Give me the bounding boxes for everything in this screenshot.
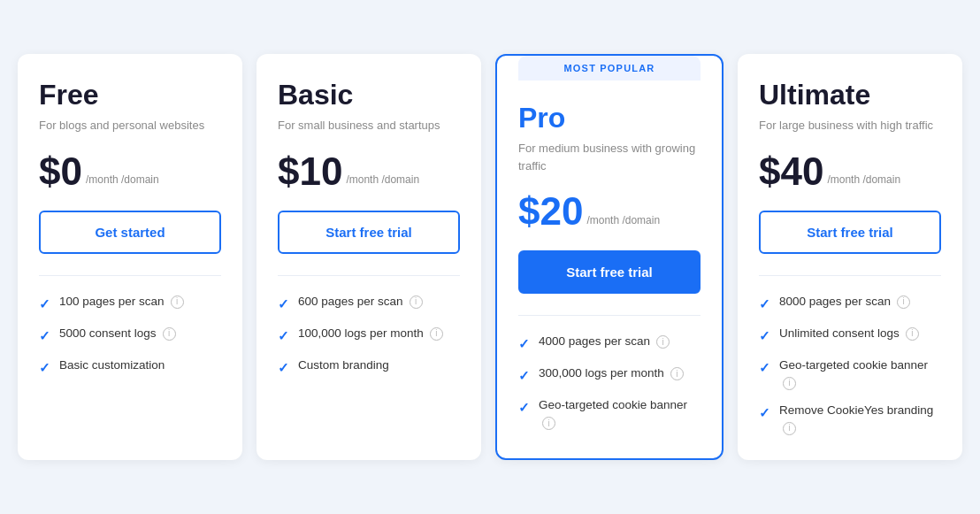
feature-item: ✓ Geo-targeted cookie banner i [759,357,941,390]
price-period-free: /month /domain [86,173,159,188]
price-amount-basic: $10 [278,152,342,191]
check-icon: ✓ [278,295,289,313]
feature-text: 8000 pages per scan i [779,294,910,311]
feature-item: ✓ 100 pages per scan i [39,294,221,313]
plan-price-free: $0 /month /domain [39,152,221,191]
feature-text: 100 pages per scan i [59,294,184,311]
plan-card-basic: BasicFor small business and startups $10… [256,54,481,459]
features-list-basic: ✓ 600 pages per scan i ✓ 100,000 logs pe… [278,294,460,435]
feature-item: ✓ Remove CookieYes branding i [759,403,941,435]
feature-item: ✓ 300,000 logs per month i [518,365,701,385]
plan-desc-basic: For small business and startups [278,117,460,134]
cta-button-free[interactable]: Get started [39,211,221,254]
feature-text: Remove CookieYes branding i [779,403,941,435]
feature-item: ✓ 5000 consent logs i [39,326,221,345]
price-period-basic: /month /domain [346,173,419,188]
feature-text: 4000 pages per scan i [539,334,670,350]
info-icon[interactable]: i [430,327,443,341]
price-amount-ultimate: $40 [759,152,823,191]
plan-name-ultimate: Ultimate [759,79,941,111]
plan-name-pro: Pro [518,102,701,134]
plan-desc-free: For blogs and personal websites [39,117,221,134]
check-icon: ✓ [518,366,530,385]
divider-basic [278,275,460,276]
popular-badge: MOST POPULAR [518,56,701,81]
check-icon: ✓ [39,326,50,345]
feature-item: ✓ 100,000 logs per month i [278,326,460,345]
cta-button-basic[interactable]: Start free trial [278,211,460,254]
info-icon[interactable]: i [171,295,184,309]
price-period-pro: /month /domain [586,214,660,228]
features-list-ultimate: ✓ 8000 pages per scan i ✓ Unlimited cons… [759,294,941,435]
feature-text: 100,000 logs per month i [298,326,443,342]
divider-ultimate [759,275,941,276]
features-list-free: ✓ 100 pages per scan i ✓ 5000 consent lo… [39,294,221,435]
plan-name-free: Free [39,79,221,111]
divider-free [39,275,221,276]
info-icon[interactable]: i [410,295,423,309]
feature-item: ✓ 600 pages per scan i [278,294,460,313]
feature-item: ✓ Unlimited consent logs i [759,326,941,345]
info-icon[interactable]: i [670,367,684,380]
check-icon: ✓ [759,358,770,377]
feature-text: Geo-targeted cookie banner i [779,357,941,390]
plan-desc-pro: For medium business with growing traffic [518,140,701,174]
feature-item: ✓ Basic customization [39,357,221,377]
feature-item: ✓ 4000 pages per scan i [518,334,701,353]
check-icon: ✓ [278,358,289,377]
feature-text: 5000 consent logs i [59,326,176,342]
plan-price-pro: $20 /month /domain [518,192,701,231]
plan-price-basic: $10 /month /domain [278,152,460,191]
info-icon[interactable]: i [906,327,919,341]
feature-item: ✓ Custom branding [278,357,460,377]
feature-text: 600 pages per scan i [298,294,423,311]
feature-item: ✓ 8000 pages per scan i [759,294,941,313]
plan-card-ultimate: UltimateFor large business with high tra… [738,54,962,459]
price-amount-free: $0 [39,152,82,191]
info-icon[interactable]: i [163,327,176,341]
check-icon: ✓ [39,358,50,377]
cta-button-pro[interactable]: Start free trial [518,250,701,294]
check-icon: ✓ [278,326,289,345]
check-icon: ✓ [759,295,770,313]
feature-text: Custom branding [298,357,389,374]
plan-desc-ultimate: For large business with high traffic [759,117,941,134]
features-list-pro: ✓ 4000 pages per scan i ✓ 300,000 logs p… [518,334,701,433]
info-icon[interactable]: i [897,295,910,309]
feature-text: Geo-targeted cookie banner i [539,397,701,430]
check-icon: ✓ [39,295,50,313]
plan-name-basic: Basic [278,79,460,111]
info-icon[interactable]: i [783,377,796,390]
feature-text: Unlimited consent logs i [779,326,919,342]
info-icon[interactable]: i [783,422,796,435]
check-icon: ✓ [518,398,530,417]
plan-card-pro: MOST POPULARProFor medium business with … [495,54,724,459]
cta-button-ultimate[interactable]: Start free trial [759,211,941,254]
info-icon[interactable]: i [656,335,670,349]
pricing-grid: FreeFor blogs and personal websites $0 /… [18,54,962,459]
check-icon: ✓ [759,403,770,422]
check-icon: ✓ [759,326,770,345]
price-period-ultimate: /month /domain [827,173,900,188]
info-icon[interactable]: i [542,417,555,430]
feature-text: 300,000 logs per month i [539,365,684,382]
feature-text: Basic customization [59,357,165,374]
check-icon: ✓ [518,334,530,353]
divider-pro [518,315,701,316]
feature-item: ✓ Geo-targeted cookie banner i [518,397,701,430]
price-amount-pro: $20 [518,192,583,231]
plan-price-ultimate: $40 /month /domain [759,152,941,191]
plan-card-free: FreeFor blogs and personal websites $0 /… [18,54,242,459]
